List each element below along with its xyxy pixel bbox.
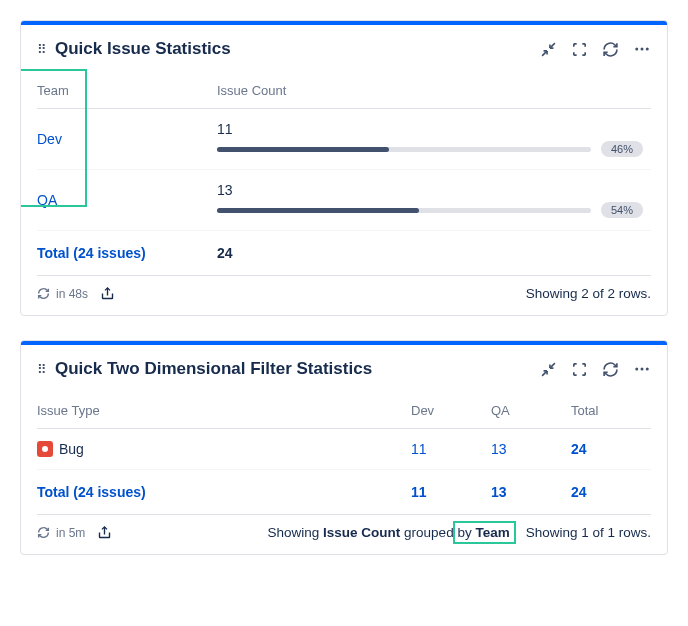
expand-icon[interactable] [571, 361, 588, 378]
footer-row-count: Showing 2 of 2 rows. [526, 286, 651, 301]
refresh-icon[interactable] [602, 41, 619, 58]
share-icon[interactable] [97, 525, 112, 540]
quick-2d-filter-card: ⠿ Quick Two Dimensional Filter Statistic… [20, 340, 668, 555]
col-header-total: Total [571, 393, 651, 429]
total-row: Total (24 issues)24 [37, 231, 651, 276]
team-link[interactable]: QA [37, 192, 57, 208]
minimize-icon[interactable] [540, 361, 557, 378]
col-header-count: Issue Count [217, 73, 651, 109]
card-body: Team Issue Count Dev1146%QA1354%Total (2… [21, 69, 667, 276]
col-header-dev: Dev [411, 393, 491, 429]
card-footer: in 5m Showing Issue Count grouped by Tea… [21, 515, 667, 554]
col-header-qa: QA [491, 393, 571, 429]
card-header: ⠿ Quick Issue Statistics [21, 25, 667, 69]
table-row: Dev1146% [37, 109, 651, 170]
total-value: 24 [217, 245, 233, 261]
table-row: Bug 11 13 24 [37, 429, 651, 470]
total-total[interactable]: 24 [571, 484, 587, 500]
minimize-icon[interactable] [540, 41, 557, 58]
refresh-small-icon[interactable] [37, 526, 50, 539]
svg-point-5 [646, 368, 649, 371]
percent-badge: 54% [601, 202, 643, 218]
footer-grouping-text: Showing Issue Count grouped by Team [268, 525, 510, 540]
bug-icon [37, 441, 53, 457]
cell-total[interactable]: 24 [571, 441, 587, 457]
bar-value: 13 [217, 182, 643, 198]
svg-point-0 [635, 48, 638, 51]
refresh-small-icon[interactable] [37, 287, 50, 300]
issue-stats-table: Team Issue Count Dev1146%QA1354%Total (2… [37, 73, 651, 276]
share-icon[interactable] [100, 286, 115, 301]
total-label: Total (24 issues) [37, 484, 146, 500]
refresh-countdown: in 48s [56, 287, 88, 301]
team-link[interactable]: Dev [37, 131, 62, 147]
total-row: Total (24 issues) 11 13 24 [37, 470, 651, 515]
two-dim-table: Issue Type Dev QA Total Bug 11 13 [37, 393, 651, 515]
svg-point-1 [641, 48, 644, 51]
card-actions [540, 360, 651, 378]
card-actions [540, 40, 651, 58]
card-header: ⠿ Quick Two Dimensional Filter Statistic… [21, 345, 667, 389]
card-title: Quick Two Dimensional Filter Statistics [55, 359, 540, 379]
footer-row-count: Showing 1 of 1 rows. [526, 525, 651, 540]
quick-issue-statistics-card: ⠿ Quick Issue Statistics Team Issue Coun… [20, 20, 668, 316]
drag-handle-icon[interactable]: ⠿ [37, 43, 45, 56]
total-label: Total (24 issues) [37, 245, 146, 261]
more-icon[interactable] [633, 40, 651, 58]
cell-qa[interactable]: 13 [491, 441, 507, 457]
total-dev[interactable]: 11 [411, 484, 427, 500]
bar-value: 11 [217, 121, 643, 137]
card-footer: in 48s Showing 2 of 2 rows. [21, 276, 667, 315]
bar-track [217, 208, 591, 213]
svg-point-2 [646, 48, 649, 51]
more-icon[interactable] [633, 360, 651, 378]
percent-badge: 46% [601, 141, 643, 157]
card-body: Issue Type Dev QA Total Bug 11 13 [21, 389, 667, 515]
card-title: Quick Issue Statistics [55, 39, 540, 59]
col-header-issue-type: Issue Type [37, 393, 411, 429]
bar-track [217, 147, 591, 152]
col-header-team: Team [37, 73, 217, 109]
expand-icon[interactable] [571, 41, 588, 58]
refresh-countdown: in 5m [56, 526, 85, 540]
svg-point-4 [641, 368, 644, 371]
drag-handle-icon[interactable]: ⠿ [37, 363, 45, 376]
issue-type-label: Bug [59, 441, 84, 457]
table-row: QA1354% [37, 170, 651, 231]
refresh-icon[interactable] [602, 361, 619, 378]
svg-point-3 [635, 368, 638, 371]
bar-fill [217, 147, 389, 152]
total-qa[interactable]: 13 [491, 484, 507, 500]
bar-fill [217, 208, 419, 213]
cell-dev[interactable]: 11 [411, 441, 427, 457]
